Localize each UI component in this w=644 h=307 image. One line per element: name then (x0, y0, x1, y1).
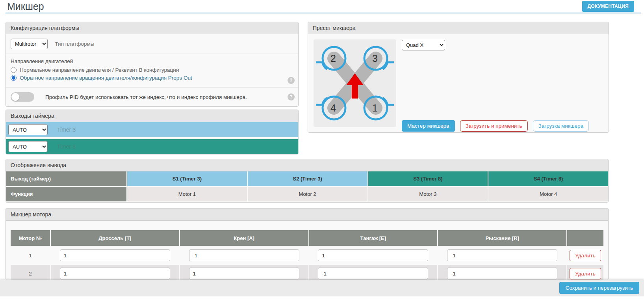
motor-direction-option-reversed[interactable]: Обратное направление вращения двигателя/… (11, 75, 293, 81)
radio-reversed-label: Обратное направление вращения двигателя/… (20, 75, 192, 81)
motor-number-3: 3 (372, 53, 378, 64)
motor-mixer-panel: Микшер мотора Мотор № Дроссель [T] Крен … (6, 208, 609, 280)
roll-input-motor1[interactable] (189, 249, 299, 261)
function-cell-motor4: Motor 4 (488, 187, 608, 201)
timer-panel-title: Выходы таймера (6, 110, 298, 122)
motor-direction-heading: Направления двигателей (11, 58, 293, 64)
timer-row-8: AUTO Timer 8 (6, 139, 298, 154)
motor-mixer-body: Мотор № Дроссель [T] Крен [A] Тангаж [E]… (6, 221, 608, 280)
timer8-mode-select[interactable]: AUTO (8, 141, 48, 152)
timer8-label: Timer 8 (57, 143, 76, 150)
output-panel-title: Отображение вывода (6, 159, 608, 171)
column-motor-number: Мотор № (11, 230, 50, 246)
save-toolbar: Сохранить и перезагрузить (0, 280, 644, 296)
load-mixer-button[interactable]: Загрузка микшера (533, 120, 589, 132)
timer3-mode-select[interactable]: AUTO (8, 124, 48, 135)
column-actions (567, 230, 603, 246)
roll-input-motor2[interactable] (189, 268, 299, 279)
column-yaw: Рыскание [R] (438, 230, 566, 246)
motor-number-2: 2 (330, 53, 336, 64)
delete-motor2-button[interactable]: Удалить (570, 268, 601, 279)
mixer-panel-title: Микшер мотора (6, 208, 608, 221)
motor-direction-option-normal[interactable]: Нормальное направление двигателя / Рекви… (11, 67, 293, 73)
motor-mixer-table: Мотор № Дроссель [T] Крен [A] Тангаж [E]… (11, 230, 603, 280)
pid-profile-toggle-label: Профиль PID будет использовать тот же ин… (45, 94, 247, 100)
function-cell-motor3: Motor 3 (368, 187, 488, 201)
platform-configuration-panel: Конфигурация платформы Multirotor Тип пл… (6, 22, 299, 107)
pitch-input-motor1[interactable] (318, 249, 428, 261)
throttle-input-motor1[interactable] (60, 249, 170, 261)
throttle-input-motor2[interactable] (60, 268, 170, 279)
quad-x-diagram: 2 3 4 1 (314, 39, 396, 127)
output-cell-s1: S1 (Timer 3) (127, 171, 247, 186)
column-roll: Крен [A] (180, 230, 308, 246)
platform-type-label: Тип платформы (55, 41, 94, 47)
timer-outputs-panel: Выходы таймера AUTO Timer 3 AUTO Timer 8 (6, 110, 299, 154)
delete-motor1-button[interactable]: Удалить (570, 250, 601, 261)
radio-normal-label: Нормальное направление двигателя / Рекви… (20, 67, 179, 73)
function-cell-motor2: Motor 2 (248, 187, 367, 201)
column-pitch: Тангаж [E] (309, 230, 438, 246)
page-title: Микшер (7, 1, 44, 12)
function-row-header: Функция (6, 187, 126, 201)
platform-panel-title: Конфигурация платформы (6, 22, 298, 34)
output-cell-s2: S2 (Timer 3) (248, 171, 367, 186)
output-cell-s4: S4 (Timer 8) (488, 171, 608, 186)
radio-normal-direction[interactable] (11, 67, 17, 73)
mixer-preset-panel: Пресет микшера 2 3 (308, 22, 609, 133)
output-mapping-panel: Отображение вывода Выход (таймер) S1 (Ti… (6, 159, 609, 203)
column-throttle: Дроссель [T] (51, 230, 179, 246)
mixer-preset-select[interactable]: Quad X (402, 40, 445, 50)
output-row-header: Выход (таймер) (6, 171, 126, 186)
help-icon[interactable]: ? (288, 77, 295, 84)
motor-direction-group: Направления двигателей Нормальное направ… (6, 54, 298, 87)
radio-reversed-direction[interactable] (11, 75, 17, 81)
help-icon[interactable]: ? (288, 93, 295, 100)
preset-panel-body: 2 3 4 1 Quad X Мастер микшера Загрузить … (308, 34, 609, 132)
pid-profile-toggle[interactable] (11, 92, 34, 102)
preset-buttons: Мастер микшера Загрузить и применить Заг… (402, 120, 589, 132)
yaw-input-motor1[interactable] (447, 249, 557, 261)
timer-row-3: AUTO Timer 3 (6, 122, 298, 137)
pid-profile-toggle-row: Профиль PID будет использовать тот же ин… (6, 87, 298, 106)
motor-row-number: 1 (11, 247, 50, 264)
motor-number-4: 4 (330, 102, 336, 113)
timer3-label: Timer 3 (57, 127, 76, 133)
quad-x-svg: 2 3 4 1 (314, 39, 396, 127)
documentation-button[interactable]: ДОКУМЕНТАЦИЯ (582, 1, 635, 12)
function-cell-motor1: Motor 1 (127, 187, 247, 201)
preset-panel-title: Пресет микшера (308, 22, 609, 34)
pitch-input-motor2[interactable] (318, 268, 428, 279)
save-and-reboot-button[interactable]: Сохранить и перезагрузить (559, 282, 639, 294)
platform-type-row: Multirotor Тип платформы (6, 34, 298, 54)
output-cell-s3: S3 (Timer 8) (368, 171, 488, 186)
yaw-input-motor2[interactable] (447, 268, 557, 279)
motor-row-number: 2 (11, 265, 50, 280)
platform-type-select[interactable]: Multirotor (11, 39, 48, 49)
output-mapping-table: Выход (таймер) S1 (Timer 3) S2 (Timer 3)… (6, 171, 608, 202)
header-divider (6, 13, 641, 13)
mixer-wizard-button[interactable]: Мастер микшера (402, 120, 455, 132)
motor-number-1: 1 (372, 102, 378, 113)
load-and-apply-button[interactable]: Загрузить и применить (460, 120, 528, 132)
